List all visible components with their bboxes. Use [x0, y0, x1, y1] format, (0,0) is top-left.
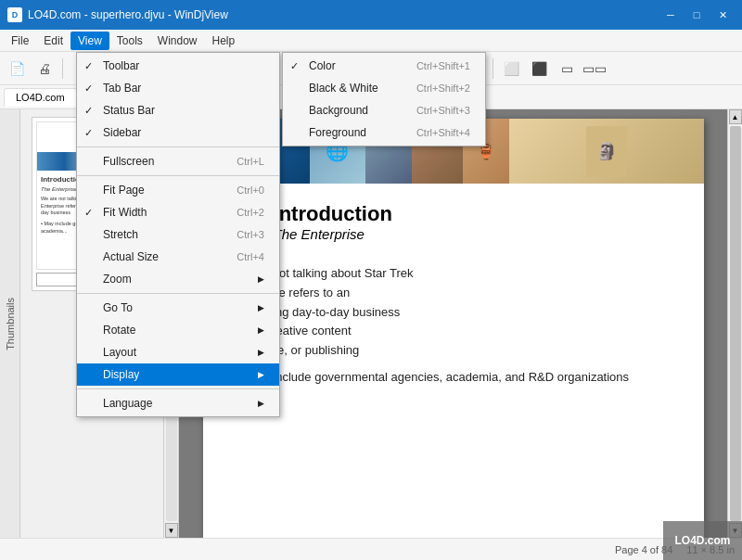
close-button[interactable]: ✕	[710, 6, 735, 24]
menu-edit[interactable]: Edit	[36, 32, 70, 50]
doc-scrollbar[interactable]: ▲ ▼	[727, 109, 742, 538]
menu-help[interactable]: Help	[205, 32, 243, 50]
doc-para-2: Enterprise refers to an	[231, 284, 676, 303]
view-menu-tabbar[interactable]: Tab Bar	[77, 77, 279, 99]
title-bar-text: LO4D.com - superhero.djvu - WinDjView	[28, 8, 659, 21]
title-bar: D LO4D.com - superhero.djvu - WinDjView …	[0, 0, 742, 30]
view-menu-fullscreen[interactable]: Fullscreen Ctrl+L	[77, 150, 279, 172]
app-icon: D	[7, 7, 22, 22]
doc-para-4: marily creative content	[231, 322, 676, 341]
fit-width-button[interactable]: ⬛	[526, 57, 552, 81]
view-menu-toolbar[interactable]: Toolbar	[77, 55, 279, 77]
two-page-button[interactable]: ▭▭	[582, 57, 608, 81]
menu-view[interactable]: View	[70, 32, 109, 50]
doc-para-5: ss service, or publishing	[231, 341, 676, 361]
menu-file[interactable]: File	[4, 32, 36, 50]
view-menu-statusbar[interactable]: Status Bar	[77, 99, 279, 121]
minimize-button[interactable]: ─	[659, 6, 683, 24]
document-text: We are not talking about Star Trek Enter…	[231, 264, 676, 388]
doc-para-1: We are not talking about Star Trek	[231, 264, 676, 284]
view-menu-dropdown: Toolbar Tab Bar Status Bar Sidebar Fulls…	[76, 52, 280, 417]
view-menu-display[interactable]: Display	[77, 363, 279, 386]
maximize-button[interactable]: □	[684, 6, 709, 24]
lo4d-watermark: LO4D.com	[663, 521, 742, 560]
adobe-intro-section: A Adobe Introduction The Enterprise	[231, 202, 676, 250]
bullet-text-1: May include governmental agencies, acade…	[247, 368, 629, 388]
view-menu-sep-3	[77, 293, 279, 294]
view-menu-actualsize[interactable]: Actual Size Ctrl+4	[77, 246, 279, 268]
lo4d-logo-text: LO4D.com	[674, 534, 730, 547]
view-menu-zoom[interactable]: Zoom	[77, 268, 279, 290]
view-menu-sep-4	[77, 388, 279, 389]
view-menu-fitpage[interactable]: Fit Page Ctrl+0	[77, 179, 279, 201]
toolbar-separator-1	[62, 58, 63, 79]
tab-lo4d[interactable]: LO4D.com	[4, 88, 77, 107]
intro-text: Introduction The Enterprise	[274, 202, 392, 242]
view-menu-stretch[interactable]: Stretch Ctrl+3	[77, 223, 279, 246]
title-bar-controls: ─ □ ✕	[659, 6, 735, 24]
print-button[interactable]: 🖨	[32, 57, 58, 81]
view-menu-fitwidth[interactable]: Fit Width Ctrl+2	[77, 201, 279, 223]
scroll-down-button[interactable]: ▼	[165, 523, 178, 538]
display-foreground[interactable]: Foreground Ctrl+Shift+4	[283, 121, 485, 144]
view-menu-sidebar[interactable]: Sidebar	[77, 121, 279, 144]
status-bar: Page 4 of 84 11 × 8.5 in LO4D.com	[0, 538, 742, 560]
view-menu-language[interactable]: Language	[77, 392, 279, 414]
view-menu-layout[interactable]: Layout	[77, 341, 279, 363]
view-menu-sep-2	[77, 175, 279, 176]
doc-scroll-thumb	[730, 126, 741, 521]
sidebar-label: Thumbnails	[5, 298, 16, 350]
toolbar-separator-4	[493, 58, 493, 79]
view-menu-sep-1	[77, 146, 279, 147]
view-menu-rotate[interactable]: Rotate	[77, 319, 279, 341]
intro-subtitle: The Enterprise	[274, 226, 392, 242]
intro-title: Introduction	[274, 202, 392, 226]
new-button[interactable]: 📄	[4, 57, 30, 81]
sidebar-toggle[interactable]: Thumbnails	[0, 109, 20, 538]
doc-scroll-up-button[interactable]: ▲	[729, 109, 742, 124]
display-background[interactable]: Background Ctrl+Shift+3	[283, 99, 485, 121]
menu-window[interactable]: Window	[150, 32, 205, 50]
bullet-item-1: ■ May include governmental agencies, aca…	[231, 368, 676, 388]
display-bw[interactable]: Black & White Ctrl+Shift+2	[283, 77, 485, 99]
display-color[interactable]: Color Ctrl+Shift+1	[283, 55, 485, 77]
single-page-button[interactable]: ▭	[554, 57, 580, 81]
fit-page-button[interactable]: ⬜	[498, 57, 524, 81]
doc-para-3: conducting day-to-day business	[231, 303, 676, 323]
view-menu-goto[interactable]: Go To	[77, 297, 279, 319]
display-submenu: Color Ctrl+Shift+1 Black & White Ctrl+Sh…	[282, 52, 486, 146]
menu-tools[interactable]: Tools	[109, 32, 150, 50]
menu-bar: File Edit View Tools Window Help	[0, 30, 742, 52]
